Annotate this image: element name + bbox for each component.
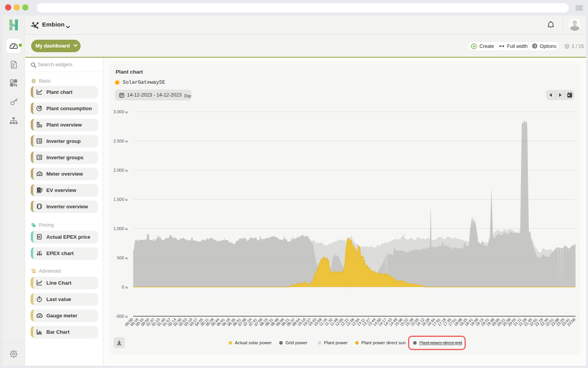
svg-text:2.000 w: 2.000 w — [113, 168, 128, 173]
svg-text:€: € — [39, 235, 41, 239]
svg-text:1.000 w: 1.000 w — [113, 226, 128, 231]
svg-text:€: € — [12, 64, 15, 68]
svg-text:-500 w: -500 w — [116, 314, 128, 319]
svg-text:3.000 w: 3.000 w — [113, 109, 128, 114]
svg-text:500 w: 500 w — [117, 255, 128, 260]
svg-text:1.500 w: 1.500 w — [113, 197, 128, 202]
svg-text:0 w: 0 w — [122, 285, 128, 289]
svg-text:2.500 w: 2.500 w — [113, 139, 128, 143]
